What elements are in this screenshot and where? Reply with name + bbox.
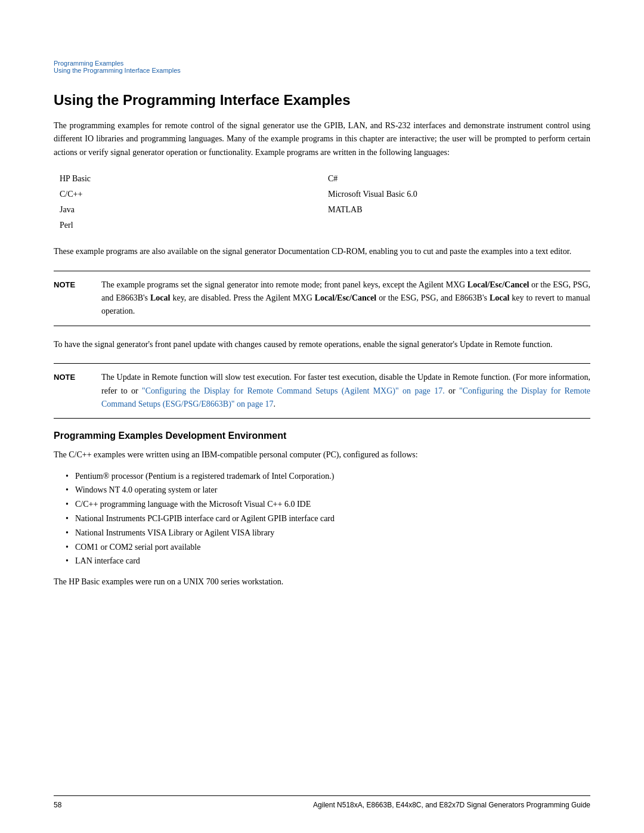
list-item: National Instruments VISA Library or Agi…	[66, 526, 590, 540]
note1-bold2: Local	[150, 293, 170, 302]
language-table: HP Basic C# C/C++ Microsoft Visual Basic…	[60, 171, 596, 233]
update-paragraph: To have the signal generator's front pan…	[54, 338, 590, 351]
lang-cpp: C/C++	[60, 187, 328, 202]
note1-text-before: The example programs set the signal gene…	[101, 280, 467, 289]
note1-text-middle3: or the ESG, PSG, and E8663B's	[376, 293, 490, 302]
list-item: Windows NT 4.0 operating system or later	[66, 483, 590, 497]
list-item: COM1 or COM2 serial port available	[66, 540, 590, 555]
note1-text-middle2: key, are disabled. Press the Agilent MXG	[170, 293, 314, 302]
note1-bold1: Local/Esc/Cancel	[467, 280, 529, 289]
lang-vbasic: Microsoft Visual Basic 6.0	[328, 187, 596, 202]
note2-link1[interactable]: "Configuring the Display for Remote Comm…	[142, 386, 445, 395]
main-heading: Using the Programming Interface Examples	[54, 92, 590, 109]
breadcrumb-line2[interactable]: Using the Programming Interface Examples	[54, 67, 590, 74]
page-container: Programming Examples Using the Programmi…	[0, 0, 644, 833]
table-row: Perl	[60, 218, 596, 233]
note1-bold4: Local	[490, 293, 509, 302]
lang-csharp: C#	[328, 171, 596, 187]
lang-java: Java	[60, 202, 328, 218]
note2-text2: or	[445, 386, 459, 395]
hp-basic-paragraph: The HP Basic examples were run on a UNIX…	[54, 575, 590, 589]
intro-paragraph: The programming examples for remote cont…	[54, 119, 590, 159]
note-content-2: The Update in Remote function will slow …	[101, 371, 590, 411]
list-item: Pentium® processor (Pentium is a registe…	[66, 469, 590, 484]
note-box-2: NOTE The Update in Remote function will …	[54, 363, 590, 419]
table-row: HP Basic C#	[60, 171, 596, 187]
bullet-list: Pentium® processor (Pentium is a registe…	[66, 469, 590, 569]
table-row: Java MATLAB	[60, 202, 596, 218]
table-row: C/C++ Microsoft Visual Basic 6.0	[60, 187, 596, 202]
lang-matlab: MATLAB	[328, 202, 596, 218]
list-item: C/C++ programming language with the Micr…	[66, 497, 590, 512]
cdrom-paragraph: These example programs are also availabl…	[54, 245, 590, 258]
note-content-1: The example programs set the signal gene…	[101, 278, 590, 318]
note-label-1: NOTE	[54, 278, 89, 318]
dev-env-intro: The C/C++ examples were written using an…	[54, 448, 590, 462]
note1-bold3: Local/Esc/Cancel	[315, 293, 376, 302]
page-footer: 58 Agilent N518xA, E8663B, E44x8C, and E…	[54, 795, 590, 809]
lang-empty	[328, 218, 596, 233]
breadcrumb: Programming Examples Using the Programmi…	[54, 60, 590, 74]
footer-document-title: Agilent N518xA, E8663B, E44x8C, and E82x…	[313, 801, 590, 809]
section2-heading: Programming Examples Development Environ…	[54, 431, 590, 441]
lang-perl: Perl	[60, 218, 328, 233]
list-item: National Instruments PCI-GPIB interface …	[66, 512, 590, 526]
note-box-1: NOTE The example programs set the signal…	[54, 271, 590, 326]
footer-page-number: 58	[54, 801, 61, 809]
breadcrumb-line1[interactable]: Programming Examples	[54, 60, 590, 67]
list-item: LAN interface card	[66, 554, 590, 568]
note-label-2: NOTE	[54, 371, 89, 411]
note2-text3: .	[273, 400, 275, 408]
lang-hp-basic: HP Basic	[60, 171, 328, 187]
